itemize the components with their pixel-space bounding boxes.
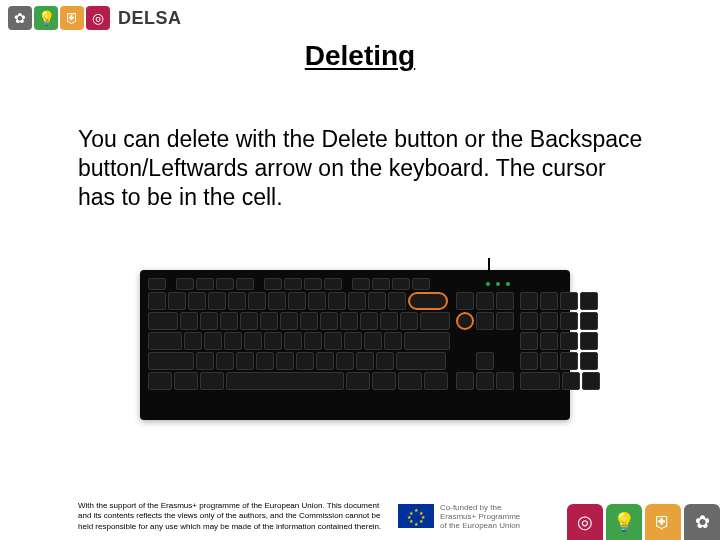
backspace-key [408,292,448,310]
keyboard-illustration [140,270,570,420]
led-icon [506,282,510,286]
led-icon [496,282,500,286]
brand-logo: ✿ 💡 ⛨ ◎ DELSA [8,6,182,30]
bulb-icon: 💡 [34,6,58,30]
gear-icon: ✿ [8,6,32,30]
corner-decoration: ◎ 💡 ⛨ ✿ [567,504,720,540]
keyboard-nav-cluster [456,278,514,412]
shield-icon: ⛨ [60,6,84,30]
delete-key [456,312,474,330]
cofund-line-1: Co-funded by the [440,503,520,512]
keyboard-alpha-block [148,278,450,412]
led-icon [486,282,490,286]
eu-flag-icon: ★ ★ ★ ★ ★ ★ ★ ★ [398,504,434,528]
ring-icon: ◎ [86,6,110,30]
ring-icon: ◎ [567,504,603,540]
shield-icon: ⛨ [645,504,681,540]
bulb-icon: 💡 [606,504,642,540]
cofund-line-3: of the European Union [440,521,520,530]
keyboard-numpad [520,278,600,412]
brand-name: DELSA [118,8,182,29]
cofund-text: Co-funded by the Erasmus+ Programme of t… [440,503,520,531]
body-paragraph: You can delete with the Delete button or… [78,125,648,211]
footer-disclaimer: With the support of the Erasmus+ program… [78,501,388,532]
cofund-line-2: Erasmus+ Programme [440,512,520,521]
page-title: Deleting [0,40,720,72]
gear-icon: ✿ [684,504,720,540]
